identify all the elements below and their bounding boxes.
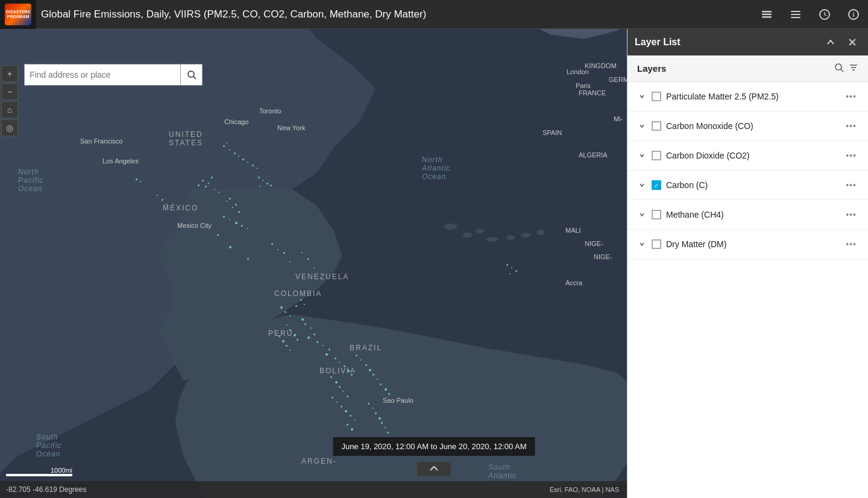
layer-name: Carbon (C) (666, 180, 839, 190)
svg-point-10 (444, 224, 458, 230)
layer-item: Particulate Matter 2.5 (PM2.5)••• (627, 82, 868, 112)
svg-point-13 (486, 237, 498, 242)
header-icons: i (752, 0, 868, 29)
layer-checkbox[interactable] (652, 121, 661, 131)
layer-name: Carbon Dioxide (CO2) (666, 151, 839, 160)
left-toolbar: + − ⌂ ◎ (0, 65, 19, 136)
svg-point-19 (188, 71, 194, 77)
svg-point-16 (536, 230, 545, 235)
svg-point-11 (462, 233, 473, 238)
scale-line (6, 474, 72, 476)
search-bar (24, 64, 203, 86)
map-attribution: Esri, FAO, NOAA | NAS (545, 486, 624, 493)
globe-btn[interactable]: ◎ (1, 119, 18, 136)
menu-icon-btn[interactable] (781, 0, 810, 29)
layer-item: Carbon Dioxide (CO2)••• (627, 141, 868, 171)
layer-panel-subheader: Layers (627, 55, 868, 82)
history-icon-btn[interactable] (810, 0, 839, 29)
layer-expand-btn[interactable] (637, 121, 647, 131)
layers-subheader-icons (834, 63, 858, 75)
layer-name: Dry Matter (DM) (666, 239, 839, 249)
disasters-logo: DISASTERS PROGRAM (5, 4, 31, 25)
app-logo: DISASTERS PROGRAM (0, 0, 36, 29)
layer-more-btn[interactable]: ••• (844, 178, 858, 192)
svg-line-20 (193, 77, 196, 79)
layers-list: Particulate Matter 2.5 (PM2.5)•••Carbon … (627, 82, 868, 498)
layers-filter-icon[interactable] (849, 63, 858, 75)
svg-point-14 (506, 235, 515, 240)
layer-name: Carbon Monoxide (CO) (666, 121, 839, 131)
home-btn[interactable]: ⌂ (1, 101, 18, 118)
layer-more-btn[interactable]: ••• (844, 119, 858, 133)
layers-label: Layers (637, 63, 666, 74)
layers-icon-btn[interactable] (752, 0, 781, 29)
svg-point-15 (521, 233, 531, 238)
panel-close-btn[interactable] (844, 34, 861, 51)
layer-expand-btn[interactable] (637, 151, 647, 160)
svg-rect-1 (762, 13, 772, 15)
layer-expand-btn[interactable] (637, 180, 647, 190)
layer-checkbox[interactable] (652, 210, 661, 219)
layer-name: Particulate Matter 2.5 (PM2.5) (666, 92, 839, 101)
layer-item: Carbon Monoxide (CO)••• (627, 112, 868, 141)
layer-more-btn[interactable]: ••• (844, 148, 858, 163)
expand-button[interactable] (417, 462, 451, 476)
scale-label: 1000mi (6, 467, 72, 474)
layer-more-btn[interactable]: ••• (844, 237, 858, 251)
zoom-in-btn[interactable]: + (1, 65, 18, 82)
info-icon-btn[interactable]: i (839, 0, 868, 29)
search-button[interactable] (181, 64, 203, 86)
layer-expand-btn[interactable] (637, 239, 647, 249)
layer-checkbox[interactable] (652, 151, 661, 160)
layer-name: Methane (CH4) (666, 210, 839, 219)
layer-checkbox[interactable]: ✓ (652, 180, 661, 190)
map-coordinates: -82.705 -46.619 Degrees (0, 485, 92, 494)
zoom-out-btn[interactable]: − (1, 83, 18, 100)
svg-rect-0 (762, 16, 772, 18)
layer-checkbox[interactable] (652, 92, 661, 101)
svg-rect-4 (791, 14, 800, 15)
layer-item: ✓Carbon (C)••• (627, 171, 868, 200)
layer-more-btn[interactable]: ••• (844, 207, 858, 222)
svg-point-23 (835, 64, 841, 70)
app-header: DISASTERS PROGRAM Global Fire Emissions,… (0, 0, 868, 29)
layer-item: Dry Matter (DM)••• (627, 230, 868, 259)
svg-rect-3 (791, 11, 800, 12)
svg-point-12 (476, 229, 484, 233)
svg-line-24 (841, 69, 843, 72)
layer-item: Methane (CH4)••• (627, 200, 868, 230)
svg-rect-5 (791, 17, 800, 18)
layer-expand-btn[interactable] (637, 210, 647, 219)
scale-bar: 1000mi (6, 467, 72, 476)
layers-search-icon[interactable] (834, 63, 844, 75)
layer-panel: Layer List Layers (627, 29, 868, 498)
layer-expand-btn[interactable] (637, 92, 647, 101)
panel-header-icons (822, 34, 861, 51)
layer-checkbox[interactable] (652, 239, 661, 249)
svg-rect-2 (762, 11, 772, 13)
svg-text:i: i (852, 11, 854, 18)
app-title: Global Fire Emissions, Daily, VIIRS (PM2… (36, 8, 752, 20)
search-input[interactable] (24, 64, 181, 86)
layer-more-btn[interactable]: ••• (844, 89, 858, 104)
time-tooltip: June 19, 2020, 12:00 AM to June 20, 2020… (333, 437, 535, 456)
panel-collapse-btn[interactable] (822, 34, 839, 51)
layer-panel-title: Layer List (635, 37, 681, 48)
layer-panel-header: Layer List (627, 29, 868, 55)
